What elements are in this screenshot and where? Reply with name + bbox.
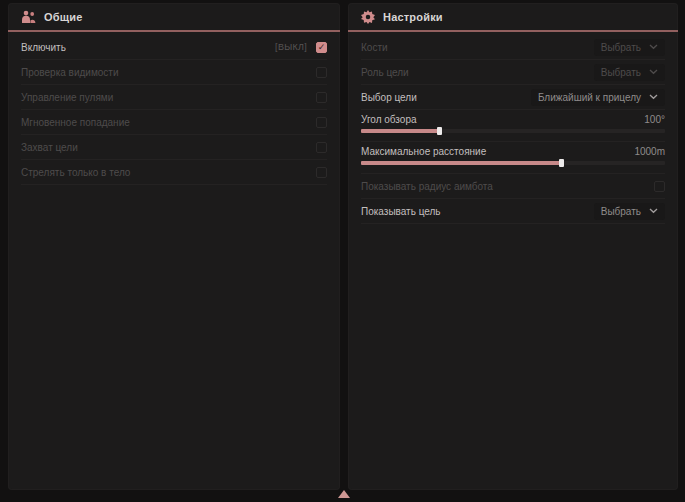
visibility-check-label: Проверка видимости (21, 67, 119, 78)
row-show-target: Показывать цель Выбрать (361, 199, 665, 224)
settings-panel: Настройки Кости Выбрать Роль цели Выбрат… (348, 3, 678, 490)
show-target-select[interactable]: Выбрать (594, 203, 665, 220)
target-lock-label: Захват цели (21, 142, 78, 153)
general-panel-header: Общие (8, 3, 340, 30)
cursor-indicator (338, 490, 350, 498)
target-selection-select-value: Ближайший к прицелу (538, 92, 641, 103)
bullet-control-checkbox[interactable] (316, 92, 327, 103)
fov-label: Угол обзора (361, 114, 417, 125)
show-aimbot-radius-checkbox[interactable] (654, 181, 665, 192)
target-lock-checkbox[interactable] (316, 142, 327, 153)
users-icon (21, 10, 36, 24)
row-visibility-check: Проверка видимости (21, 60, 327, 85)
instant-hit-checkbox[interactable] (316, 117, 327, 128)
enable-hotkey-label: [ВЫКЛ] (275, 42, 307, 52)
instant-hit-label: Мгновенное попадание (21, 117, 130, 128)
show-target-select-value: Выбрать (601, 206, 641, 217)
enable-checkbox[interactable]: ✓ (316, 42, 327, 53)
show-target-label: Показывать цель (361, 206, 441, 217)
bullet-control-label: Управление пулями (21, 92, 113, 103)
row-bullet-control: Управление пулями (21, 85, 327, 110)
target-selection-select[interactable]: Ближайший к прицелу (531, 89, 665, 106)
settings-rows: Кости Выбрать Роль цели Выбрать Выбор це… (348, 32, 678, 224)
bones-select[interactable]: Выбрать (594, 39, 665, 56)
gear-icon (361, 10, 375, 24)
fov-slider-thumb[interactable] (437, 127, 442, 135)
checkmark-icon: ✓ (318, 43, 326, 52)
row-show-aimbot-radius: Показывать радиус аимбота (361, 174, 665, 199)
fov-slider[interactable] (361, 129, 665, 133)
target-role-label: Роль цели (361, 67, 409, 78)
row-instant-hit: Мгновенное попадание (21, 110, 327, 135)
max-distance-value: 1000m (634, 146, 665, 157)
target-selection-label: Выбор цели (361, 92, 417, 103)
target-role-select[interactable]: Выбрать (594, 64, 665, 81)
general-rows: Включить [ВЫКЛ] ✓ Проверка видимости Упр… (8, 32, 340, 185)
row-target-selection: Выбор цели Ближайший к прицелу (361, 85, 665, 110)
row-bones: Кости Выбрать (361, 35, 665, 60)
max-distance-slider-fill (361, 161, 562, 165)
bones-select-value: Выбрать (601, 42, 641, 53)
row-target-role: Роль цели Выбрать (361, 60, 665, 85)
body-only-label: Стрелять только в тело (21, 167, 130, 178)
visibility-check-checkbox[interactable] (316, 67, 327, 78)
row-body-only: Стрелять только в тело (21, 160, 327, 185)
show-aimbot-radius-label: Показывать радиус аимбота (361, 181, 493, 192)
row-target-lock: Захват цели (21, 135, 327, 160)
max-distance-slider-thumb[interactable] (559, 159, 564, 167)
row-max-distance: Максимальное расстояние 1000m (361, 142, 665, 174)
chevron-down-icon (649, 69, 658, 75)
bones-label: Кости (361, 42, 388, 53)
general-panel-title: Общие (44, 11, 83, 23)
settings-panel-title: Настройки (383, 11, 443, 23)
settings-panel-header: Настройки (348, 3, 678, 30)
fov-slider-fill (361, 129, 440, 133)
general-panel: Общие Включить [ВЫКЛ] ✓ Проверка видимос… (8, 3, 340, 490)
max-distance-slider[interactable] (361, 161, 665, 165)
chevron-down-icon (649, 208, 658, 214)
body-only-checkbox[interactable] (316, 167, 327, 178)
fov-value: 100° (644, 114, 665, 125)
max-distance-label: Максимальное расстояние (361, 146, 486, 157)
row-fov: Угол обзора 100° (361, 110, 665, 142)
target-role-select-value: Выбрать (601, 67, 641, 78)
row-enable: Включить [ВЫКЛ] ✓ (21, 35, 327, 60)
chevron-down-icon (649, 44, 658, 50)
chevron-down-icon (649, 94, 658, 100)
enable-label: Включить (21, 42, 66, 53)
